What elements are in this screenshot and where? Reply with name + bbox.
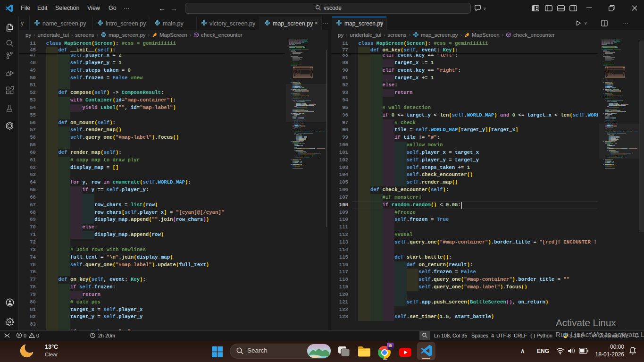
svg-text:z: z [634,347,636,351]
